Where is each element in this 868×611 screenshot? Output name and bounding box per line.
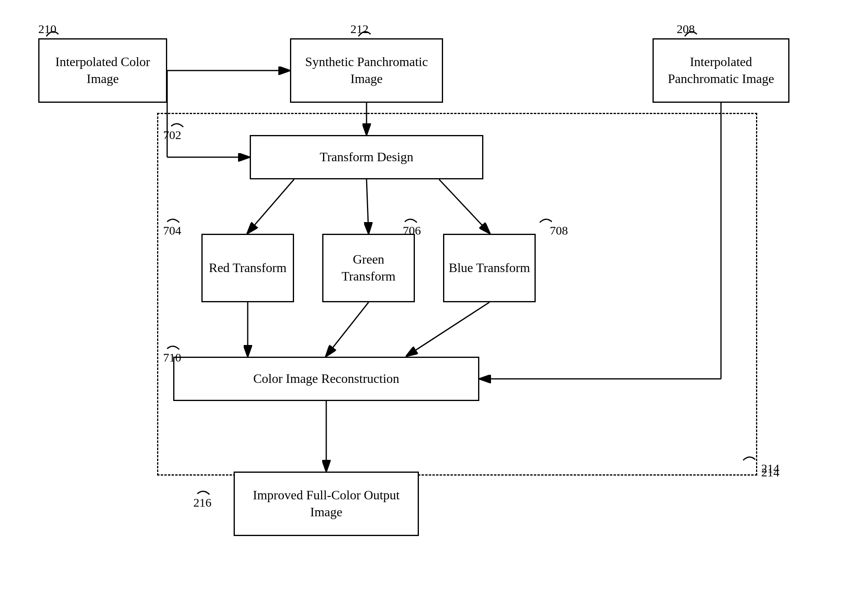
synthetic-pan-label: Synthetic Panchromatic Image xyxy=(295,54,438,87)
improved-output-box: Improved Full-Color Output Image xyxy=(234,472,419,536)
red-transform-box: Red Transform xyxy=(201,234,294,302)
blue-transform-label: Blue Transform xyxy=(449,260,530,276)
label-708: 708 xyxy=(550,224,568,237)
transform-design-box: Transform Design xyxy=(250,135,483,179)
label-706: 706 xyxy=(403,224,421,237)
label-216: 216 xyxy=(193,496,211,509)
label-210: 210 xyxy=(38,22,56,36)
interpolated-pan-label: Interpolated Panchromatic Image xyxy=(658,54,784,87)
label-702: 702 xyxy=(163,128,181,142)
color-reconstruction-box: Color Image Reconstruction xyxy=(173,357,479,401)
color-reconstruction-label: Color Image Reconstruction xyxy=(253,370,400,387)
label-710: 710 xyxy=(163,351,181,364)
transform-design-label: Transform Design xyxy=(320,149,414,166)
diagram: 214 Interpolated Color Image 210 Synthet… xyxy=(0,0,868,611)
label-212: 212 xyxy=(350,22,369,36)
label-214-display: 214 xyxy=(761,461,779,475)
label-208: 208 xyxy=(677,22,695,36)
blue-transform-box: Blue Transform xyxy=(443,234,536,302)
improved-output-label: Improved Full-Color Output Image xyxy=(239,487,414,520)
interpolated-pan-box: Interpolated Panchromatic Image xyxy=(653,38,789,103)
green-transform-label: Green Transform xyxy=(327,251,410,285)
label-704: 704 xyxy=(163,224,181,237)
synthetic-pan-box: Synthetic Panchromatic Image xyxy=(290,38,443,103)
green-transform-box: Green Transform xyxy=(322,234,415,302)
red-transform-label: Red Transform xyxy=(209,260,287,276)
interpolated-color-image-label: Interpolated Color Image xyxy=(44,54,162,87)
interpolated-color-image-box: Interpolated Color Image xyxy=(38,38,167,103)
